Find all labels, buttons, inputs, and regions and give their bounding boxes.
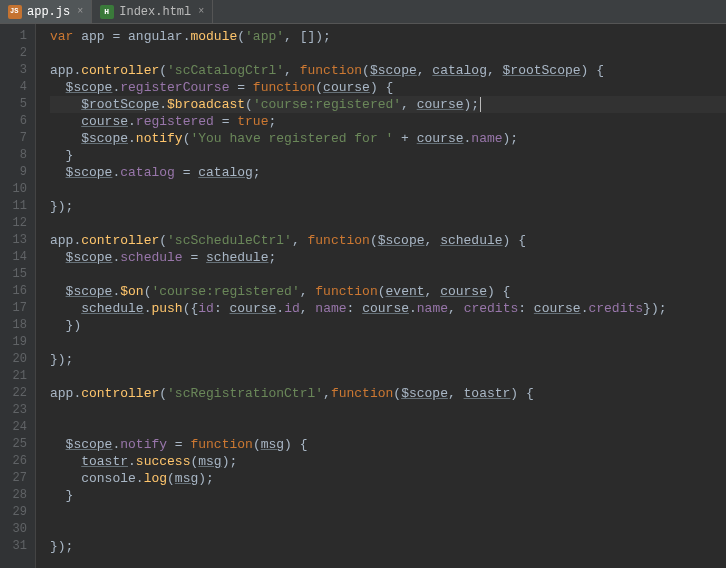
code-line[interactable]: $scope.notify('You have registered for '… [50, 130, 726, 147]
code-token: = [175, 165, 198, 180]
code-line[interactable]: app.controller('scRegistrationCtrl',func… [50, 385, 726, 402]
code-token: name [471, 131, 502, 146]
code-line[interactable]: $scope.schedule = schedule; [50, 249, 726, 266]
code-token: , [401, 97, 417, 112]
code-line[interactable]: schedule.push({id: course.id, name: cour… [50, 300, 726, 317]
line-number: 11 [0, 198, 27, 215]
code-line[interactable]: var app = angular.module('app', []); [50, 28, 726, 45]
code-token: function [190, 437, 252, 452]
code-line[interactable]: }); [50, 538, 726, 555]
code-token: registered [136, 114, 214, 129]
code-line[interactable]: course.registered = true; [50, 113, 726, 130]
code-token: ) { [487, 284, 510, 299]
code-token: : [518, 301, 534, 316]
line-number: 14 [0, 249, 27, 266]
code-token [50, 165, 66, 180]
code-token: ); [198, 471, 214, 486]
code-line[interactable]: console.log(msg); [50, 470, 726, 487]
code-line[interactable]: toastr.success(msg); [50, 453, 726, 470]
code-token: app. [50, 233, 81, 248]
code-line[interactable]: $scope.$on('course:registered', function… [50, 283, 726, 300]
code-token: schedule [120, 250, 182, 265]
line-number: 31 [0, 538, 27, 555]
code-token: ) { [581, 63, 604, 78]
code-token: , [300, 284, 316, 299]
code-token: 'You have registered for ' [190, 131, 393, 146]
code-token: course [417, 97, 464, 112]
code-token: ) { [370, 80, 393, 95]
code-token: } [50, 148, 73, 163]
code-line[interactable] [50, 368, 726, 385]
code-token: id [198, 301, 214, 316]
code-token: 'app' [245, 29, 284, 44]
line-number: 5 [0, 96, 27, 113]
code-line[interactable]: app.controller('scScheduleCtrl', functio… [50, 232, 726, 249]
line-number: 16 [0, 283, 27, 300]
code-token: toastr [464, 386, 511, 401]
code-token: , [284, 63, 300, 78]
html-file-icon [100, 5, 114, 19]
close-icon[interactable]: × [198, 6, 204, 17]
code-line[interactable] [50, 504, 726, 521]
code-token: ); [503, 131, 519, 146]
code-token: ; [268, 250, 276, 265]
code-token: $broadcast [167, 97, 245, 112]
code-token: $scope [66, 165, 113, 180]
code-token: , [323, 386, 331, 401]
code-token: 'scRegistrationCtrl' [167, 386, 323, 401]
code-token: ( [315, 80, 323, 95]
code-token: schedule [440, 233, 502, 248]
code-token: controller [81, 63, 159, 78]
code-token: , [300, 301, 316, 316]
code-token: credits [464, 301, 519, 316]
code-token: credits [588, 301, 643, 316]
code-line[interactable]: }) [50, 317, 726, 334]
code-line[interactable]: }); [50, 198, 726, 215]
code-token: . [159, 97, 167, 112]
code-line[interactable]: } [50, 487, 726, 504]
code-token: = [183, 250, 206, 265]
code-token: function [307, 233, 369, 248]
close-icon[interactable]: × [77, 6, 83, 17]
code-line[interactable] [50, 521, 726, 538]
code-token: push [151, 301, 182, 316]
code-content[interactable]: var app = angular.module('app', []);app.… [36, 24, 726, 568]
code-token: course [323, 80, 370, 95]
code-line[interactable] [50, 45, 726, 62]
code-line[interactable]: $scope.catalog = catalog; [50, 164, 726, 181]
line-number: 7 [0, 130, 27, 147]
tab-app-js[interactable]: app.js× [0, 0, 92, 23]
code-token [50, 284, 66, 299]
code-line[interactable]: }); [50, 351, 726, 368]
code-token [50, 437, 66, 452]
code-line[interactable] [50, 181, 726, 198]
code-token: $rootScope [503, 63, 581, 78]
code-line[interactable]: } [50, 147, 726, 164]
code-token: }); [50, 539, 73, 554]
line-number: 21 [0, 368, 27, 385]
code-line[interactable] [50, 266, 726, 283]
code-line[interactable]: app.controller('scCatalogCtrl', function… [50, 62, 726, 79]
code-token [50, 301, 81, 316]
code-token: catalog [198, 165, 253, 180]
code-line[interactable] [50, 419, 726, 436]
code-token: = [229, 80, 252, 95]
code-token: 'scCatalogCtrl' [167, 63, 284, 78]
code-token: , [448, 386, 464, 401]
line-number: 29 [0, 504, 27, 521]
code-token: $scope [81, 131, 128, 146]
line-number: 22 [0, 385, 27, 402]
code-line[interactable]: $scope.notify = function(msg) { [50, 436, 726, 453]
code-token: course [230, 301, 277, 316]
code-token: ( [378, 284, 386, 299]
tab-index-html[interactable]: Index.html× [92, 0, 213, 23]
code-line[interactable] [50, 334, 726, 351]
code-token: course [81, 114, 128, 129]
line-number: 9 [0, 164, 27, 181]
code-token: name [315, 301, 346, 316]
code-line[interactable]: $rootScope.$broadcast('course:registered… [50, 96, 726, 113]
code-line[interactable]: $scope.registerCourse = function(course)… [50, 79, 726, 96]
code-line[interactable] [50, 215, 726, 232]
code-line[interactable] [50, 402, 726, 419]
code-token: } [50, 488, 73, 503]
